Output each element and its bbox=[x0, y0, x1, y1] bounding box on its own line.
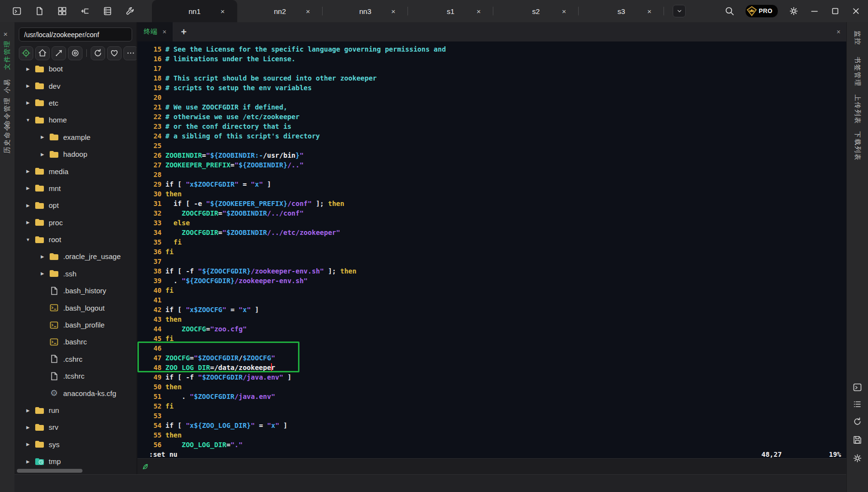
chevron-collapsed-icon[interactable]: ▶ bbox=[24, 425, 32, 430]
right-strip-console-button[interactable] bbox=[853, 383, 862, 392]
tree-item-boot[interactable]: ▶boot bbox=[14, 60, 136, 77]
tree-item-.bash_profile[interactable]: .bash_profile bbox=[14, 316, 136, 333]
tree-item-sys[interactable]: ▶sys bbox=[14, 436, 136, 453]
session-tab-s1[interactable]: s1× bbox=[408, 0, 493, 22]
chevron-collapsed-icon[interactable]: ▶ bbox=[24, 186, 32, 191]
session-tab-nn1[interactable]: nn1× bbox=[152, 0, 237, 22]
tree-item-srv[interactable]: ▶srv bbox=[14, 419, 136, 436]
minimize-button[interactable] bbox=[809, 6, 820, 16]
tree-item-run[interactable]: ▶run bbox=[14, 402, 136, 419]
tree-item-.bash_logout[interactable]: .bash_logout bbox=[14, 299, 136, 316]
file-toolbar-refresh-button[interactable] bbox=[91, 46, 105, 60]
toolbar-button-new-file[interactable] bbox=[34, 6, 45, 16]
session-tab-nn3[interactable]: nn3× bbox=[323, 0, 408, 22]
chevron-collapsed-icon[interactable]: ▶ bbox=[24, 459, 32, 464]
horizontal-scrollbar[interactable] bbox=[17, 469, 82, 473]
tree-item-.bash_history[interactable]: .bash_history bbox=[14, 282, 136, 299]
tree-item-example[interactable]: ▶example bbox=[14, 129, 136, 146]
right-sidebar-tab-1[interactable]: 监控 bbox=[853, 31, 862, 46]
chevron-collapsed-icon[interactable]: ▶ bbox=[24, 67, 32, 71]
right-sidebar-tab-2[interactable]: 书签管理 bbox=[853, 57, 862, 87]
tree-item-hadoop[interactable]: ▶hadoop bbox=[14, 146, 136, 163]
chevron-collapsed-icon[interactable]: ▶ bbox=[24, 220, 32, 225]
close-panel-icon[interactable]: × bbox=[3, 30, 8, 38]
terminal-tab[interactable]: 终端 × bbox=[137, 22, 173, 41]
toolbar-button-console[interactable] bbox=[12, 6, 22, 16]
chevron-collapsed-icon[interactable]: ▶ bbox=[24, 203, 32, 208]
tree-item-mnt[interactable]: ▶mnt bbox=[14, 180, 136, 197]
close-tab-icon[interactable]: × bbox=[562, 7, 566, 15]
tree-item-root[interactable]: ▼root bbox=[14, 231, 136, 248]
close-terminal-strip-icon[interactable]: × bbox=[837, 28, 841, 36]
chevron-collapsed-icon[interactable]: ▶ bbox=[39, 152, 46, 157]
code-line-34: 34 ZOOCFGDIR="$ZOOBINDIR/../etc/zookeepe… bbox=[137, 228, 846, 237]
chevron-collapsed-icon[interactable]: ▶ bbox=[24, 169, 32, 174]
close-tab-icon[interactable]: × bbox=[306, 7, 310, 15]
chevron-collapsed-icon[interactable]: ▶ bbox=[39, 254, 46, 259]
tree-item-.ssh[interactable]: ▶.ssh bbox=[14, 265, 136, 282]
tree-item-label: example bbox=[63, 133, 91, 141]
sidebar-tab-3[interactable]: 命令管理 bbox=[3, 97, 12, 127]
tree-item-.tcshrc[interactable]: .tcshrc bbox=[14, 368, 136, 384]
maximize-button[interactable] bbox=[830, 6, 841, 16]
file-toolbar-more-button[interactable] bbox=[123, 46, 138, 60]
new-terminal-tab-button[interactable]: + bbox=[181, 27, 187, 38]
tree-item-dev[interactable]: ▶dev bbox=[14, 77, 136, 94]
tree-item-etc[interactable]: ▶etc bbox=[14, 95, 136, 111]
chevron-expanded-icon[interactable]: ▼ bbox=[24, 118, 32, 123]
chevron-collapsed-icon[interactable]: ▶ bbox=[24, 408, 32, 413]
tree-item-home[interactable]: ▼home bbox=[14, 111, 136, 128]
file-toolbar-heart-button[interactable] bbox=[107, 46, 122, 60]
code-segment: = bbox=[226, 306, 238, 314]
tree-item-anaconda-ks.cfg[interactable]: ⚙anaconda-ks.cfg bbox=[14, 384, 136, 401]
toolbar-button-servers[interactable] bbox=[102, 6, 113, 16]
close-window-button[interactable] bbox=[851, 6, 861, 16]
file-toolbar-eye-button[interactable] bbox=[68, 46, 82, 60]
vim-editor-screen[interactable]: 15# See the License for the specific lan… bbox=[137, 41, 846, 460]
right-strip-list-button[interactable] bbox=[853, 399, 862, 409]
tree-item-.oracle_jre_usage[interactable]: ▶.oracle_jre_usage bbox=[14, 248, 136, 265]
right-strip-refresh-button[interactable] bbox=[853, 417, 862, 426]
file-toolbar-connect-button[interactable] bbox=[52, 46, 66, 60]
code-segment: ZOOCFG bbox=[182, 325, 206, 333]
tree-item-.bashrc[interactable]: .bashrc bbox=[14, 333, 136, 350]
chevron-collapsed-icon[interactable]: ▶ bbox=[24, 83, 32, 88]
chevron-collapsed-icon[interactable]: ▶ bbox=[24, 100, 32, 105]
tree-item-.cshrc[interactable]: .cshrc bbox=[14, 351, 136, 368]
search-button[interactable] bbox=[724, 6, 735, 16]
tree-item-label: root bbox=[49, 235, 61, 244]
session-tab-nn2[interactable]: nn2× bbox=[237, 0, 323, 22]
toolbar-button-flow[interactable] bbox=[80, 6, 90, 16]
tree-item-proc[interactable]: ▶proc bbox=[14, 214, 136, 231]
tree-item-media[interactable]: ▶media bbox=[14, 163, 136, 179]
close-terminal-tab-icon[interactable]: × bbox=[163, 28, 166, 36]
file-toolbar-locate-button[interactable] bbox=[19, 46, 33, 60]
toolbar-button-wrench[interactable] bbox=[125, 6, 136, 16]
close-tab-icon[interactable]: × bbox=[391, 7, 395, 15]
line-number: 35 bbox=[145, 237, 162, 247]
chevron-collapsed-icon[interactable]: ▶ bbox=[24, 442, 32, 447]
tree-item-tmp[interactable]: ▶tmp bbox=[14, 453, 136, 470]
chevron-collapsed-icon[interactable]: ▶ bbox=[39, 271, 46, 276]
file-toolbar-home-button[interactable] bbox=[35, 46, 50, 60]
right-sidebar-tab-4[interactable]: 下载列表 bbox=[853, 131, 862, 161]
session-tab-s3[interactable]: s3× bbox=[579, 0, 664, 22]
close-tab-icon[interactable]: × bbox=[220, 7, 225, 15]
tree-item-opt[interactable]: ▶opt bbox=[14, 197, 136, 214]
sidebar-tab-4[interactable]: 历史命令 bbox=[3, 123, 12, 153]
right-strip-save-button[interactable] bbox=[853, 435, 862, 445]
right-strip-settings-button[interactable] bbox=[853, 453, 862, 463]
settings-button[interactable] bbox=[788, 6, 799, 16]
tab-list-dropdown-button[interactable] bbox=[673, 5, 686, 17]
close-tab-icon[interactable]: × bbox=[647, 7, 651, 15]
close-tab-icon[interactable]: × bbox=[476, 7, 481, 15]
toolbar-button-layout[interactable] bbox=[57, 6, 68, 16]
session-tab-s2[interactable]: s2× bbox=[493, 0, 579, 22]
pro-badge[interactable]: PRO bbox=[745, 4, 778, 18]
chevron-expanded-icon[interactable]: ▼ bbox=[24, 237, 32, 242]
chevron-collapsed-icon[interactable]: ▶ bbox=[39, 135, 46, 139]
sidebar-tab-2[interactable]: 小易 bbox=[3, 79, 12, 94]
sidebar-tab-1[interactable]: 文件管理 bbox=[3, 40, 12, 70]
right-sidebar-tab-3[interactable]: 上传列表 bbox=[853, 95, 862, 124]
path-input[interactable] bbox=[19, 27, 132, 41]
